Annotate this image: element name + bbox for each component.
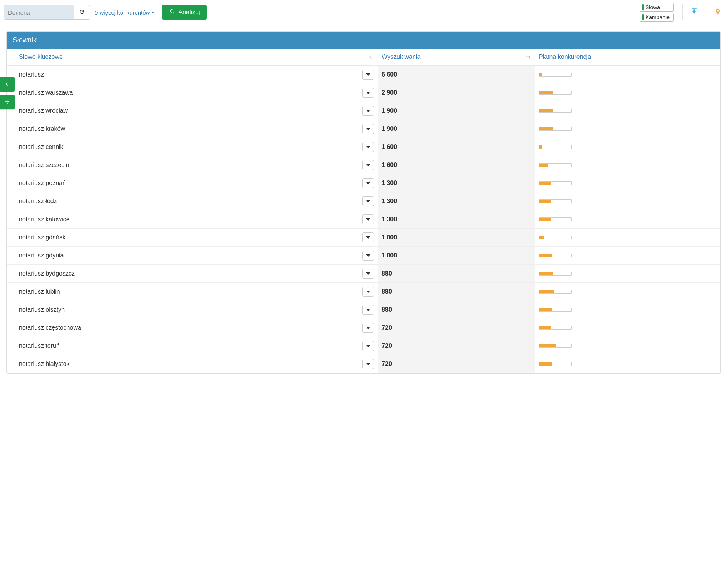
competition-bar <box>539 145 572 149</box>
competition-bar <box>539 181 572 185</box>
row-actions-dropdown[interactable] <box>362 305 374 315</box>
keyword-text: notariusz kraków <box>19 125 65 132</box>
download-button[interactable] <box>689 7 700 18</box>
competition-fill <box>539 218 551 221</box>
competition-cell <box>535 210 720 229</box>
searches-cell: 1 900 <box>378 102 535 120</box>
dictionary-panel: Słownik Słowo kluczowe Wyszukiwania Płat <box>6 31 721 374</box>
pill-campaigns-label: Kampanie <box>645 14 670 20</box>
competitors-dropdown[interactable]: 0 więcej konkurentów <box>93 7 156 18</box>
table-row: notariusz bydgoszcz880 <box>7 265 720 283</box>
competition-fill <box>539 109 553 112</box>
row-actions-dropdown[interactable] <box>362 269 374 279</box>
row-actions-dropdown[interactable] <box>362 232 374 242</box>
competition-bar <box>539 73 572 77</box>
arrow-left-icon <box>4 81 10 88</box>
competition-bar <box>539 199 572 203</box>
row-actions-dropdown[interactable] <box>362 287 374 297</box>
pill-words-label: Słowa <box>645 4 660 10</box>
domain-input[interactable] <box>4 5 74 19</box>
row-actions-dropdown[interactable] <box>362 142 374 152</box>
keyword-cell: notariusz bydgoszcz <box>7 265 378 283</box>
searches-cell: 720 <box>378 319 535 337</box>
searches-cell: 6 600 <box>378 65 535 84</box>
keyword-text: notariusz poznań <box>19 180 66 187</box>
keyword-cell: notariusz łódź <box>7 192 378 210</box>
row-actions-dropdown[interactable] <box>362 359 374 369</box>
row-actions-dropdown[interactable] <box>362 178 374 188</box>
analyze-button[interactable]: Analizuj <box>162 5 207 20</box>
keyword-text: notariusz lublin <box>19 288 60 295</box>
toolbar-icons <box>680 4 723 20</box>
keyword-text: notariusz wrocław <box>19 107 68 114</box>
keyword-cell: notariusz toruń <box>7 337 378 355</box>
table-row: notariusz cennik1 600 <box>7 138 720 156</box>
chevron-down-icon <box>366 272 370 275</box>
row-actions-dropdown[interactable] <box>362 88 374 98</box>
keyword-cell: notariusz <box>7 65 378 84</box>
table-row: notariusz gdynia1 000 <box>7 247 720 265</box>
table-row: notariusz toruń720 <box>7 337 720 355</box>
keyword-text: notariusz gdynia <box>19 252 64 259</box>
arrow-right-icon <box>4 99 10 106</box>
searches-cell: 880 <box>378 301 535 319</box>
column-header-competition[interactable]: Płatna konkurencja <box>535 49 720 65</box>
table-row: notariusz6 600 <box>7 65 720 84</box>
location-button[interactable] <box>712 6 723 19</box>
row-actions-dropdown[interactable] <box>362 214 374 224</box>
competition-cell <box>535 355 720 373</box>
table-row: notariusz kraków1 900 <box>7 120 720 138</box>
row-actions-dropdown[interactable] <box>362 160 374 170</box>
table-row: notariusz szczecin1 600 <box>7 156 720 174</box>
keyword-text: notariusz olsztyn <box>19 306 65 313</box>
refresh-button[interactable] <box>74 5 90 19</box>
competition-fill <box>539 145 542 149</box>
keyword-text: notariusz bydgoszcz <box>19 270 75 277</box>
competition-bar <box>539 254 572 257</box>
column-header-searches[interactable]: Wyszukiwania <box>378 49 535 65</box>
keyword-cell: notariusz poznań <box>7 174 378 192</box>
row-actions-dropdown[interactable] <box>362 196 374 206</box>
competition-cell <box>535 65 720 84</box>
keyword-text: notariusz <box>19 71 44 78</box>
competition-cell <box>535 192 720 210</box>
searches-cell: 720 <box>378 337 535 355</box>
row-actions-dropdown[interactable] <box>362 323 374 333</box>
pill-words[interactable]: Słowa <box>640 3 674 12</box>
table-row: notariusz gdańsk1 000 <box>7 229 720 247</box>
competition-fill <box>539 127 553 130</box>
keyword-cell: notariusz wrocław <box>7 102 378 120</box>
table-row: notariusz łódź1 300 <box>7 192 720 210</box>
side-tab-prev[interactable] <box>0 77 15 92</box>
keyword-cell: notariusz olsztyn <box>7 301 378 319</box>
searches-cell: 1 300 <box>378 174 535 192</box>
table-row: notariusz poznań1 300 <box>7 174 720 192</box>
searches-cell: 1 600 <box>378 156 535 174</box>
competition-fill <box>539 272 553 275</box>
keyword-cell: notariusz gdańsk <box>7 229 378 247</box>
competition-fill <box>539 254 552 257</box>
row-actions-dropdown[interactable] <box>362 341 374 351</box>
keyword-cell: notariusz cennik <box>7 138 378 156</box>
competition-bar <box>539 163 572 167</box>
competition-bar <box>539 326 572 330</box>
row-actions-dropdown[interactable] <box>362 251 374 261</box>
side-tab-next[interactable] <box>0 95 15 109</box>
row-actions-dropdown[interactable] <box>362 106 374 116</box>
keywords-table: Słowo kluczowe Wyszukiwania Płatna konku… <box>7 49 720 373</box>
competition-cell <box>535 247 720 265</box>
keyword-text: notariusz szczecin <box>19 162 69 169</box>
row-actions-dropdown[interactable] <box>362 124 374 134</box>
competition-fill <box>539 362 552 366</box>
pill-campaigns[interactable]: Kampanie <box>640 13 674 22</box>
row-actions-dropdown[interactable] <box>362 70 374 80</box>
keyword-text: notariusz białystok <box>19 361 70 368</box>
competition-fill <box>539 290 554 293</box>
competition-cell <box>535 84 720 102</box>
competition-fill <box>539 344 556 347</box>
searches-cell: 1 600 <box>378 138 535 156</box>
chevron-down-icon <box>366 218 370 220</box>
column-header-keyword[interactable]: Słowo kluczowe <box>7 49 378 65</box>
table-row: notariusz olsztyn880 <box>7 301 720 319</box>
chevron-down-icon <box>366 200 370 202</box>
